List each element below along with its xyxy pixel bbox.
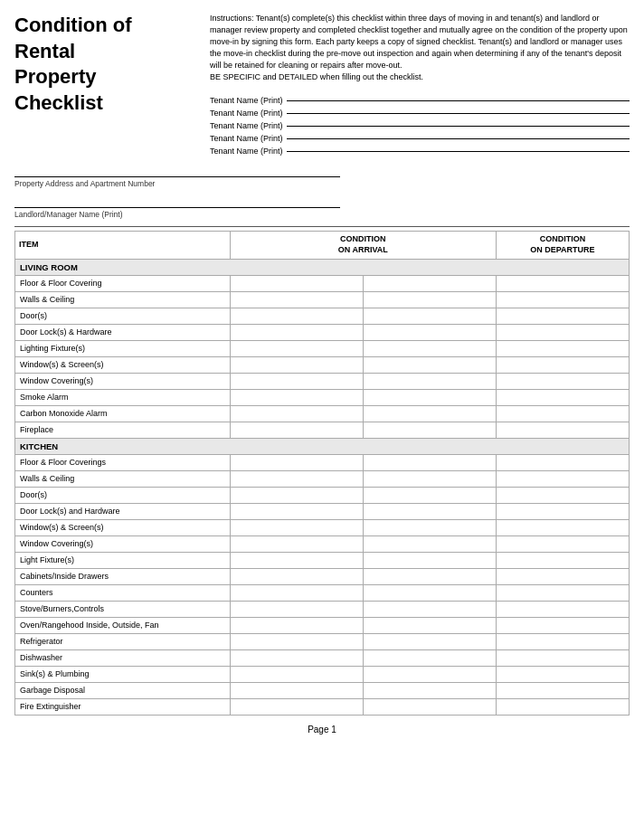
condition-arrival-col1[interactable]	[230, 633, 363, 649]
condition-arrival-col1[interactable]	[230, 519, 363, 535]
item-label: Lighting Fixture(s)	[15, 340, 231, 356]
condition-departure[interactable]	[496, 454, 629, 470]
table-row: Carbon Monoxide Alarm	[15, 405, 630, 422]
condition-arrival-col2[interactable]	[363, 373, 496, 389]
condition-departure[interactable]	[496, 552, 629, 568]
condition-arrival-col1[interactable]	[230, 454, 363, 470]
condition-departure[interactable]	[496, 649, 629, 666]
condition-arrival-col1[interactable]	[230, 617, 363, 633]
item-label: Fireplace	[15, 422, 231, 438]
condition-arrival-col2[interactable]	[363, 666, 496, 682]
condition-arrival-col1[interactable]	[230, 666, 363, 682]
title-block: Condition of Rental Property Checklist	[14, 13, 195, 156]
condition-arrival-col2[interactable]	[363, 405, 496, 422]
condition-departure[interactable]	[496, 389, 629, 405]
condition-arrival-col2[interactable]	[363, 552, 496, 568]
condition-departure[interactable]	[496, 682, 629, 698]
condition-arrival-col1[interactable]	[230, 422, 363, 438]
table-row: Window(s) & Screen(s)	[15, 356, 630, 373]
condition-departure[interactable]	[496, 470, 629, 487]
condition-departure[interactable]	[496, 519, 629, 535]
item-label: Garbage Disposal	[15, 682, 231, 698]
condition-departure[interactable]	[496, 422, 629, 438]
condition-arrival-col1[interactable]	[230, 356, 363, 373]
condition-arrival-col1[interactable]	[230, 584, 363, 601]
condition-arrival-col1[interactable]	[230, 340, 363, 356]
condition-arrival-col1[interactable]	[230, 682, 363, 698]
table-row: Refrigerator	[15, 633, 630, 649]
condition-arrival-col1[interactable]	[230, 373, 363, 389]
table-row: Cabinets/Inside Drawers	[15, 568, 630, 584]
address-input-line[interactable]	[14, 165, 340, 177]
condition-arrival-col2[interactable]	[363, 633, 496, 649]
condition-arrival-col1[interactable]	[230, 291, 363, 308]
item-label: Refrigerator	[15, 633, 231, 649]
condition-arrival-col2[interactable]	[363, 324, 496, 340]
condition-arrival-col1[interactable]	[230, 487, 363, 503]
condition-departure[interactable]	[496, 568, 629, 584]
condition-arrival-col1[interactable]	[230, 308, 363, 324]
condition-arrival-col2[interactable]	[363, 601, 496, 617]
landlord-label: Landlord/Manager Name (Print)	[14, 210, 630, 219]
condition-arrival-col2[interactable]	[363, 454, 496, 470]
condition-arrival-col2[interactable]	[363, 649, 496, 666]
condition-departure[interactable]	[496, 698, 629, 715]
condition-arrival-col1[interactable]	[230, 698, 363, 715]
landlord-input-line[interactable]	[14, 195, 340, 208]
table-row: Counters	[15, 584, 630, 601]
condition-arrival-col2[interactable]	[363, 308, 496, 324]
condition-departure[interactable]	[496, 601, 629, 617]
condition-arrival-col2[interactable]	[363, 503, 496, 519]
condition-arrival-col2[interactable]	[363, 470, 496, 487]
condition-arrival-col2[interactable]	[363, 422, 496, 438]
table-row: Stove/Burners,Controls	[15, 601, 630, 617]
table-row: Smoke Alarm	[15, 389, 630, 405]
condition-departure[interactable]	[496, 356, 629, 373]
condition-arrival-col2[interactable]	[363, 568, 496, 584]
condition-departure[interactable]	[496, 291, 629, 308]
condition-departure[interactable]	[496, 308, 629, 324]
item-label: Cabinets/Inside Drawers	[15, 568, 231, 584]
th-condition-arrival: CONDITION ON ARRIVAL	[230, 232, 496, 259]
condition-departure[interactable]	[496, 584, 629, 601]
condition-arrival-col1[interactable]	[230, 601, 363, 617]
condition-arrival-col1[interactable]	[230, 552, 363, 568]
tenant-name-row-4: Tenant Name (Print)	[210, 134, 630, 143]
condition-arrival-col1[interactable]	[230, 568, 363, 584]
table-row: Door Lock(s) & Hardware	[15, 324, 630, 340]
condition-arrival-col2[interactable]	[363, 356, 496, 373]
condition-departure[interactable]	[496, 324, 629, 340]
condition-departure[interactable]	[496, 535, 629, 552]
condition-arrival-col2[interactable]	[363, 584, 496, 601]
condition-arrival-col1[interactable]	[230, 503, 363, 519]
condition-arrival-col2[interactable]	[363, 535, 496, 552]
condition-departure[interactable]	[496, 405, 629, 422]
condition-arrival-col2[interactable]	[363, 519, 496, 535]
item-label: Walls & Ceiling	[15, 470, 231, 487]
condition-arrival-col2[interactable]	[363, 682, 496, 698]
condition-arrival-col2[interactable]	[363, 291, 496, 308]
condition-arrival-col1[interactable]	[230, 470, 363, 487]
condition-arrival-col1[interactable]	[230, 389, 363, 405]
condition-departure[interactable]	[496, 617, 629, 633]
condition-departure[interactable]	[496, 487, 629, 503]
condition-arrival-col2[interactable]	[363, 340, 496, 356]
condition-arrival-col2[interactable]	[363, 698, 496, 715]
condition-arrival-col1[interactable]	[230, 324, 363, 340]
table-row: Door(s)	[15, 308, 630, 324]
condition-departure[interactable]	[496, 503, 629, 519]
condition-departure[interactable]	[496, 340, 629, 356]
condition-arrival-col1[interactable]	[230, 649, 363, 666]
condition-arrival-col2[interactable]	[363, 275, 496, 291]
condition-arrival-col1[interactable]	[230, 535, 363, 552]
condition-departure[interactable]	[496, 373, 629, 389]
item-label: Window(s) & Screen(s)	[15, 356, 231, 373]
condition-departure[interactable]	[496, 633, 629, 649]
condition-arrival-col1[interactable]	[230, 275, 363, 291]
condition-arrival-col1[interactable]	[230, 405, 363, 422]
condition-arrival-col2[interactable]	[363, 487, 496, 503]
condition-arrival-col2[interactable]	[363, 617, 496, 633]
condition-departure[interactable]	[496, 275, 629, 291]
condition-arrival-col2[interactable]	[363, 389, 496, 405]
condition-departure[interactable]	[496, 666, 629, 682]
